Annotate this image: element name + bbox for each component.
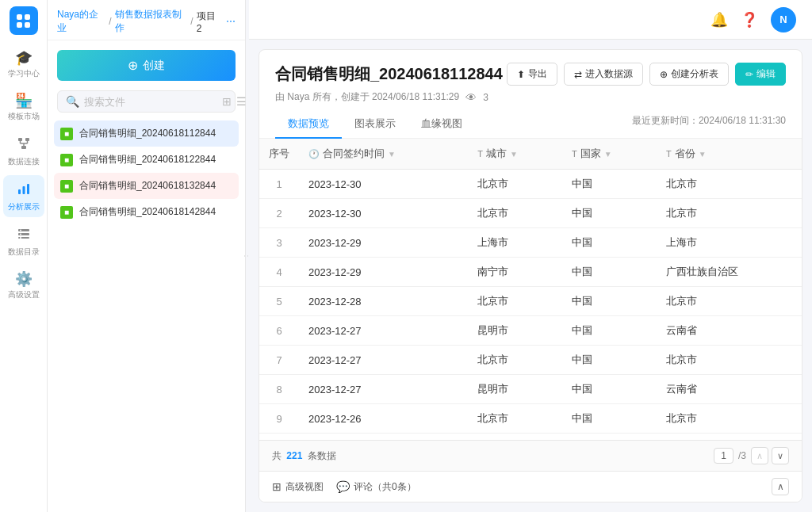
edit-button[interactable]: ✏ 编辑 bbox=[735, 63, 786, 86]
cell-country: 中国 bbox=[562, 287, 657, 316]
templates-icon: 🏪 bbox=[15, 94, 33, 108]
cell-seq: 7 bbox=[259, 346, 299, 375]
cell-sign-date: 2023-12-27 bbox=[299, 316, 468, 346]
prev-page-button[interactable]: ∧ bbox=[751, 447, 768, 464]
cell-country: 中国 bbox=[562, 199, 657, 228]
logo-dot bbox=[17, 14, 22, 20]
sidebar-icon-bar: 🎓 学习中心 🏪 模板市场 数据连接 分析展 bbox=[0, 0, 48, 512]
search-bar: 🔍 ⊞ ☰ bbox=[57, 90, 236, 113]
total-number: 221 bbox=[286, 450, 302, 461]
cell-city: 郑州市 bbox=[468, 434, 562, 441]
svg-point-15 bbox=[20, 237, 21, 239]
cell-province: 北京市 bbox=[657, 287, 802, 316]
datasource-button[interactable]: ⇄ 进入数据源 bbox=[564, 63, 643, 86]
edit-label: 编辑 bbox=[756, 67, 776, 81]
col-sign-date: 🕐 合同签约时间 ▼ bbox=[299, 139, 468, 170]
sidebar-item-learning[interactable]: 🎓 学习中心 bbox=[3, 44, 44, 84]
view-count: 3 bbox=[483, 92, 488, 103]
cell-seq: 4 bbox=[259, 258, 299, 287]
sidebar-item-label: 模板市场 bbox=[8, 111, 40, 122]
sidebar-item-analytics[interactable]: 分析展示 bbox=[3, 175, 44, 217]
total-text: 共 bbox=[272, 450, 282, 461]
help-icon[interactable]: ❓ bbox=[741, 11, 758, 29]
grid-view-icon[interactable]: ⊞ bbox=[222, 95, 232, 108]
plus-icon: ⊕ bbox=[128, 58, 138, 73]
sort-arrow-icon[interactable]: ▼ bbox=[388, 150, 396, 159]
cell-province: 上海市 bbox=[657, 228, 802, 258]
table-body: 1 2023-12-30 北京市 中国 北京市 2 2023-12-30 北京市… bbox=[259, 170, 802, 441]
analysis-label: 创建分析表 bbox=[671, 67, 718, 81]
sidebar-item-data-catalog[interactable]: 数据目录 bbox=[3, 220, 44, 262]
breadcrumb-project[interactable]: 销售数据报表制作 bbox=[115, 8, 188, 35]
tab-lineage[interactable]: 血缘视图 bbox=[408, 110, 475, 139]
cell-province: 云南省 bbox=[657, 316, 802, 346]
pagination: 1 /3 ∧ ∨ bbox=[714, 447, 789, 464]
export-button[interactable]: ⬆ 导出 bbox=[507, 63, 557, 86]
cell-city: 北京市 bbox=[468, 170, 562, 199]
analysis-button[interactable]: ⊕ 创建分析表 bbox=[649, 63, 729, 86]
col-city-label: 城市 bbox=[486, 147, 507, 161]
sidebar-item-templates[interactable]: 🏪 模板市场 bbox=[3, 87, 44, 127]
cell-sign-date: 2023-12-27 bbox=[299, 375, 468, 404]
col-sign-date-label: 合同签约时间 bbox=[323, 147, 385, 161]
table-row: 6 2023-12-27 昆明市 中国 云南省 bbox=[259, 316, 802, 346]
user-avatar[interactable]: N bbox=[771, 7, 796, 32]
tabs: 数据预览图表展示血缘视图 bbox=[275, 110, 475, 138]
file-name: 合同销售明细_20240618132844 bbox=[79, 179, 232, 193]
svg-rect-0 bbox=[18, 138, 22, 141]
svg-rect-7 bbox=[18, 189, 21, 194]
sidebar-item-label: 分析展示 bbox=[8, 201, 40, 212]
comments-button[interactable]: 💬 评论（共0条） bbox=[336, 480, 416, 494]
comments-icon: 💬 bbox=[336, 480, 350, 493]
file-item[interactable]: ■ 合同销售明细_20240618142844 bbox=[54, 199, 239, 225]
cell-province: 北京市 bbox=[657, 346, 802, 375]
table-row: 4 2023-12-29 南宁市 中国 广西壮族自治区 bbox=[259, 258, 802, 287]
cell-province: 云南省 bbox=[657, 375, 802, 404]
cell-city: 北京市 bbox=[468, 287, 562, 316]
tab-chart[interactable]: 图表展示 bbox=[342, 110, 408, 139]
cell-province: 北京市 bbox=[657, 199, 802, 228]
tab-preview[interactable]: 数据预览 bbox=[275, 110, 342, 139]
content-header: 合同销售明细_20240618112844 ⬆ 导出 ⇄ 进入数据源 ⊕ 创建分… bbox=[259, 50, 802, 139]
total-unit: 条数据 bbox=[308, 450, 336, 461]
sidebar-item-settings[interactable]: ⚙️ 高级设置 bbox=[3, 266, 44, 305]
last-update: 最近更新时间：2024/06/18 11:31:30 bbox=[632, 114, 786, 134]
breadcrumb-more[interactable]: ⋯ bbox=[226, 16, 236, 27]
main-content: 🔔 ❓ N 合同销售明细_20240618112844 ⬆ 导出 ⇄ 进入数据源 bbox=[249, 0, 812, 512]
bottom-bar: ⊞ 高级视图 💬 评论（共0条） ∧ bbox=[259, 471, 802, 502]
table-row: 10 2023-12-26 郑州市 中国 河南省 bbox=[259, 434, 802, 441]
content-panel: 合同销售明细_20240618112844 ⬆ 导出 ⇄ 进入数据源 ⊕ 创建分… bbox=[259, 49, 802, 502]
cell-province: 广西壮族自治区 bbox=[657, 258, 802, 287]
current-page[interactable]: 1 bbox=[714, 448, 733, 464]
svg-point-13 bbox=[20, 230, 21, 231]
sort-arrow-icon[interactable]: ▼ bbox=[604, 150, 612, 159]
breadcrumb-org[interactable]: Naya的企业 bbox=[57, 8, 105, 35]
col-country: T 国家 ▼ bbox=[562, 139, 657, 170]
col-type-icon: T bbox=[572, 149, 577, 159]
next-page-button[interactable]: ∨ bbox=[772, 447, 789, 464]
col-header: T 省份 ▼ bbox=[666, 147, 792, 161]
file-item[interactable]: ■ 合同销售明细_20240618122844 bbox=[54, 147, 239, 173]
file-type-icon: ■ bbox=[60, 128, 73, 140]
cell-sign-date: 2023-12-26 bbox=[299, 434, 468, 441]
create-button[interactable]: ⊕ 创建 bbox=[57, 50, 236, 81]
sort-arrow-icon[interactable]: ▼ bbox=[510, 150, 518, 159]
advanced-view-button[interactable]: ⊞ 高级视图 bbox=[272, 480, 324, 494]
content-title: 合同销售明细_20240618112844 bbox=[275, 63, 503, 85]
notification-icon[interactable]: 🔔 bbox=[710, 11, 728, 29]
col-header: T 城市 ▼ bbox=[477, 147, 553, 161]
sidebar-item-label: 数据目录 bbox=[8, 246, 40, 258]
sidebar-item-data-connect[interactable]: 数据连接 bbox=[3, 130, 44, 172]
search-input[interactable] bbox=[84, 96, 217, 108]
collapse-button[interactable]: ∧ bbox=[772, 478, 789, 495]
svg-rect-1 bbox=[25, 138, 29, 141]
table-header-row: 序号 🕐 合同签约时间 ▼ T 城市 bbox=[259, 139, 802, 170]
cell-country: 中国 bbox=[562, 228, 657, 258]
cell-province: 北京市 bbox=[657, 404, 802, 434]
cell-seq: 8 bbox=[259, 375, 299, 404]
file-item[interactable]: ■ 合同销售明细_20240618112844 bbox=[54, 120, 239, 147]
cell-city: 昆明市 bbox=[468, 375, 562, 404]
sort-arrow-icon[interactable]: ▼ bbox=[699, 150, 707, 159]
tab-bar: 数据预览图表展示血缘视图 最近更新时间：2024/06/18 11:31:30 bbox=[275, 110, 786, 138]
file-item[interactable]: ■ 合同销售明细_20240618132844 bbox=[54, 173, 239, 199]
